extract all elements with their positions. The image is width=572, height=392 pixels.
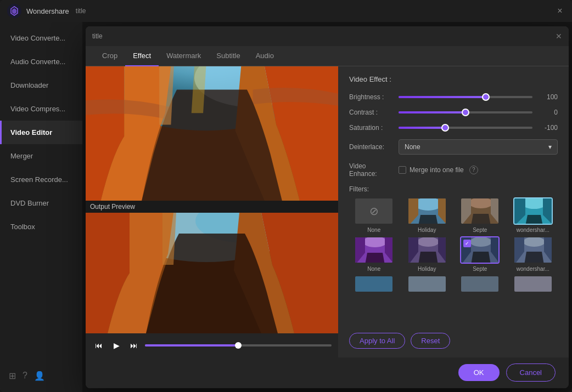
filter-row3-2-preview [408,276,446,292]
main-layout: Video Converte... Audio Converte... Down… [0,22,572,392]
filter-item-row3-3[interactable] [455,275,505,293]
filter-label-none-1: None [367,227,380,233]
rewind-button[interactable]: ⏮ [92,339,105,352]
filter-thumb-wondershar-1 [513,197,553,225]
saturation-label: Saturation : [349,124,393,132]
filter-label-holiday-2: Holiday [418,266,436,272]
filter-item-wondershar-1[interactable]: wondershar... [508,197,558,233]
filter-septe-preview [461,198,498,224]
video-enhance-help-icon[interactable]: ? [469,166,478,174]
contrast-row: Contrast : 0 [349,109,558,116]
play-button[interactable]: ▶ [110,339,123,352]
filter-row3-4-preview [514,276,552,292]
saturation-slider[interactable] [399,127,532,129]
tab-subtitle[interactable]: Subtitle [209,46,248,66]
tab-watermark[interactable]: Watermark [159,46,209,66]
filter-item-septe-1[interactable]: Septe [455,197,505,233]
tab-effect[interactable]: Effect [125,46,159,66]
merge-checkbox-area: Merge into one file [399,166,464,174]
deinterlace-value: None [405,143,420,151]
merge-label: Merge into one file [410,166,464,174]
sidebar-item-downloader[interactable]: Downloader [0,73,82,97]
filters-section: Filters: ⊘ None [349,185,558,293]
filter-thumb-none: ⊘ [354,197,394,225]
filter-label-septe-2: Septe [473,266,487,272]
right-panel: Video Effect : Brightness : 100 [338,66,569,357]
filter-label-wondershar-2: wondershar... [517,266,549,272]
merge-checkbox[interactable] [399,166,406,174]
filter-item-holiday-2[interactable]: Holiday [402,236,452,272]
filters-label: Filters: [349,185,558,193]
dialog-title: title [92,32,103,40]
preview-bottom [86,213,338,333]
sidebar-layout-icon[interactable]: ⊞ [9,371,16,381]
preview-top [86,66,338,201]
deinterlace-chevron-icon: ▾ [548,143,552,151]
filter-thumb-septe-2: ✓ [460,236,500,264]
filter-purple-wonder-preview [514,237,552,263]
forward-button[interactable]: ⏭ [127,339,141,352]
dialog-close-button[interactable]: ✕ [556,32,562,41]
reset-button[interactable]: Reset [411,333,450,349]
saturation-thumb[interactable] [441,124,449,132]
filter-thumb-row3-1 [354,275,394,293]
sidebar-item-video-editor[interactable]: Video Editor [0,121,82,144]
window-close-button[interactable]: × [554,5,565,16]
filter-item-row3-4[interactable] [508,275,558,293]
sidebar-item-audio-converter[interactable]: Audio Converte... [0,50,82,73]
filter-item-none-1[interactable]: ⊘ None [349,197,399,233]
effect-dialog: title ✕ Crop Effect Watermark Subtitle A… [86,26,569,388]
playback-controls: ⏮ ▶ ⏭ [86,333,338,357]
top-preview-image [86,66,338,201]
filter-selected-checkmark: ✓ [463,240,471,247]
brightness-value: 100 [538,93,558,101]
filter-thumb-holiday-2 [407,236,447,264]
brightness-fill [399,96,486,98]
tab-audio[interactable]: Audio [248,46,282,66]
progress-handle[interactable] [235,342,242,349]
filter-holiday-preview [408,198,446,224]
deinterlace-row: Deinterlace: None ▾ [349,139,558,155]
filter-item-none-2[interactable]: None [349,236,399,272]
filters-grid: ⊘ None [349,197,558,293]
filter-label-wondershar-1: wondershar... [517,227,549,233]
filter-item-row3-2[interactable] [402,275,452,293]
filter-item-holiday-1[interactable]: Holiday [402,197,452,233]
filter-row3-1-preview [355,276,392,292]
brightness-thumb[interactable] [482,93,490,101]
sidebar-item-video-converter[interactable]: Video Converte... [0,26,82,50]
ok-button[interactable]: OK [458,364,500,381]
deinterlace-select[interactable]: None ▾ [399,139,558,155]
progress-bar[interactable] [145,344,332,346]
cancel-button[interactable]: Cancel [506,363,556,382]
contrast-slider[interactable] [399,111,532,113]
tab-crop[interactable]: Crop [94,46,125,66]
sidebar: Video Converte... Audio Converte... Down… [0,22,82,392]
contrast-thumb[interactable] [462,109,469,116]
filter-row3-3-preview [461,276,498,292]
filter-thumb-row3-4 [513,275,553,293]
brightness-slider[interactable] [399,96,532,98]
dialog-footer: OK Cancel [86,357,569,388]
filter-item-row3-1[interactable] [349,275,399,293]
sidebar-item-merger[interactable]: Merger [0,144,82,168]
filter-thumb-septe-1 [460,197,500,225]
filter-item-septe-2[interactable]: ✓ Septe [455,236,505,272]
filter-purple-preview [355,237,392,263]
filter-item-wondershar-2[interactable]: wondershar... [508,236,558,272]
sidebar-help-icon[interactable]: ? [23,371,27,381]
sidebar-item-toolbox[interactable]: Toolbox [0,215,82,238]
filter-label-none-2: None [367,266,380,272]
progress-fill [145,344,238,346]
sidebar-user-icon[interactable]: 👤 [34,371,45,381]
output-preview-label: Output Preview [86,201,338,213]
dialog-title-bar: title ✕ [86,26,569,46]
sidebar-item-dvd-burner[interactable]: DVD Burner [0,191,82,215]
sidebar-bottom: ⊞ ? 👤 [0,364,82,388]
sidebar-item-screen-recorder[interactable]: Screen Recorde... [0,168,82,191]
apply-to-all-button[interactable]: Apply to All [349,333,405,349]
app-logo [7,3,22,19]
title-bar: Wondershare title × [0,0,572,22]
sidebar-item-video-compressor[interactable]: Video Compres... [0,97,82,121]
brightness-label: Brightness : [349,93,393,101]
